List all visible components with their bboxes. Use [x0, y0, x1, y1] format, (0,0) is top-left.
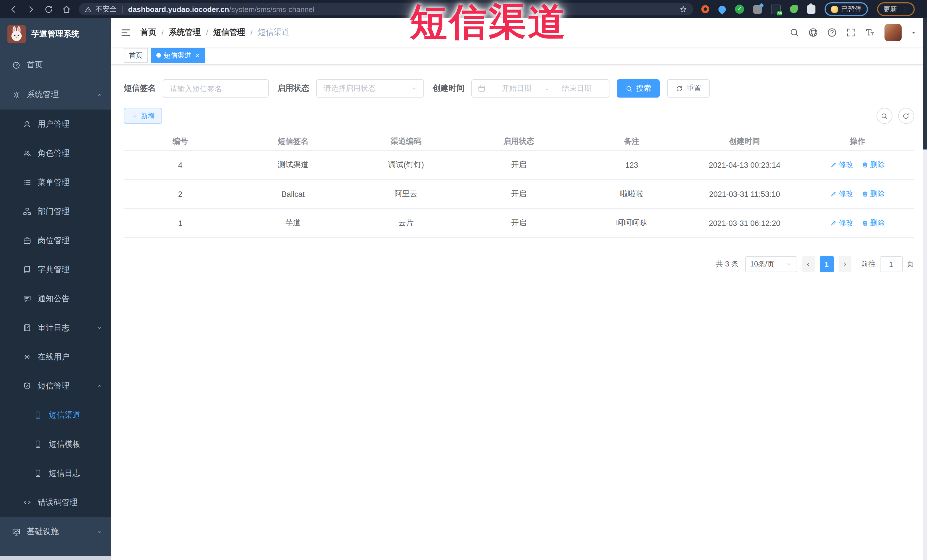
reset-button[interactable]: 重置 — [667, 79, 710, 97]
table-row: 2 Ballcat 阿里云 开启 啦啦啦 2021-03-31 11:53:10… — [124, 180, 914, 209]
delete-link[interactable]: 删除 — [862, 189, 885, 199]
prev-page-button[interactable] — [802, 256, 815, 272]
sidebar-item-home[interactable]: 首页 — [0, 50, 111, 80]
date-range-picker[interactable]: 开始日期 - 结束日期 — [471, 79, 609, 97]
caret-down-icon[interactable] — [910, 29, 917, 36]
fullscreen-icon[interactable] — [845, 27, 856, 38]
sidebar-item-error-code-mgmt[interactable]: 错误码管理 — [0, 488, 111, 517]
sidebar-item-system-mgmt[interactable]: 系统管理 — [0, 80, 111, 109]
add-button[interactable]: 新增 — [124, 108, 162, 124]
on-badge: on — [777, 11, 782, 15]
start-date-placeholder: 开始日期 — [490, 83, 543, 94]
profile-paused-badge[interactable]: 已暂停 — [825, 2, 868, 16]
delete-link[interactable]: 删除 — [862, 160, 885, 170]
avatar[interactable] — [884, 24, 901, 41]
goto-page-input[interactable] — [880, 256, 903, 272]
page-size-select[interactable]: 10条/页 — [745, 256, 797, 272]
browser-menu-dots-icon[interactable] — [902, 6, 909, 12]
sidebar-item-sms-mgmt[interactable]: 短信管理 — [0, 372, 111, 401]
extension-orange-icon[interactable] — [701, 5, 709, 13]
not-secure-warning-icon — [84, 5, 92, 13]
breadcrumb-system[interactable]: 系统管理 — [169, 27, 201, 38]
col-remark: 备注 — [575, 137, 688, 147]
browser-chrome: 不安全 dashboard.yudao.iocoder.cn/system/sm… — [0, 0, 927, 18]
browser-reload-icon[interactable] — [44, 4, 54, 14]
sidebar-item-dict-mgmt[interactable]: 字典管理 — [0, 255, 111, 284]
edit-link[interactable]: 修改 — [830, 218, 853, 228]
sidebar-item-sms-template[interactable]: 短信模板 — [0, 429, 111, 459]
chevron-down-icon — [96, 325, 103, 331]
sidebar-item-infrastructure[interactable]: 基础设施 — [0, 517, 111, 546]
help-icon[interactable] — [827, 27, 837, 38]
edit-link[interactable]: 修改 — [830, 189, 853, 199]
tags-view-bar: 首页 短信渠道 × — [111, 47, 927, 64]
sidebar-item-online-users[interactable]: 在线用户 — [0, 342, 111, 372]
status-select[interactable]: 请选择启用状态 — [316, 79, 424, 97]
extension-people-icon[interactable] — [753, 5, 762, 14]
breadcrumb-sms[interactable]: 短信管理 — [213, 27, 245, 38]
toggle-search-button[interactable] — [876, 108, 892, 124]
search-icon[interactable] — [789, 27, 799, 38]
hamburger-icon[interactable] — [120, 27, 131, 38]
toolbar-right — [876, 108, 914, 124]
close-icon[interactable]: × — [195, 52, 199, 59]
url-text[interactable]: dashboard.yudao.iocoder.cn/system/sms/sm… — [128, 5, 315, 14]
sidebar-item-dept-mgmt[interactable]: 部门管理 — [0, 197, 111, 226]
next-page-button[interactable] — [839, 256, 851, 272]
app-title: 芋道管理系统 — [31, 29, 79, 39]
emoji-avatar-icon — [831, 5, 838, 13]
gear-icon — [12, 90, 21, 99]
sidebar-item-menu-mgmt[interactable]: 菜单管理 — [0, 168, 111, 197]
code-icon — [23, 498, 31, 507]
total-count: 共 3 条 — [716, 259, 739, 269]
tab-home[interactable]: 首页 — [124, 48, 148, 63]
extension-check-icon[interactable]: ✓ — [735, 5, 744, 14]
url-bar[interactable]: 不安全 dashboard.yudao.iocoder.cn/system/sm… — [79, 3, 693, 15]
sign-label: 短信签名 — [124, 83, 156, 94]
sidebar-item-sms-channel[interactable]: 短信渠道 — [0, 401, 111, 429]
sign-input[interactable] — [163, 84, 268, 93]
sidebar-item-user-mgmt[interactable]: 用户管理 — [0, 109, 111, 139]
sidebar-item-role-mgmt[interactable]: 角色管理 — [0, 139, 111, 168]
sidebar-item-audit-log[interactable]: 审计日志 — [0, 313, 111, 342]
list-icon — [23, 178, 31, 187]
chevron-down-icon — [411, 85, 418, 92]
github-icon[interactable] — [808, 27, 818, 38]
font-size-icon[interactable] — [864, 27, 874, 38]
scrollbar-thumb[interactable] — [923, 18, 927, 149]
refresh-table-button[interactable] — [898, 108, 914, 124]
chevron-right-icon — [842, 261, 848, 267]
trash-icon — [862, 220, 868, 226]
tab-sms-channel[interactable]: 短信渠道 × — [151, 48, 205, 63]
browser-extensions: ✓ on 已暂停 更新 — [701, 2, 915, 16]
search-button[interactable]: 搜索 — [617, 79, 660, 97]
browser-update-button[interactable]: 更新 — [877, 2, 915, 16]
refresh-icon — [676, 85, 683, 92]
sidebar-horizontal-scrollbar[interactable] — [0, 556, 111, 560]
refresh-icon — [902, 112, 910, 120]
range-separator: - — [546, 84, 548, 93]
sidebar-item-notice[interactable]: 通知公告 — [0, 284, 111, 313]
breadcrumb: 首页 / 系统管理 / 短信管理 / 短信渠道 — [140, 27, 290, 38]
delete-link[interactable]: 删除 — [862, 218, 885, 228]
page-scrollbar[interactable] — [923, 18, 927, 560]
extensions-puzzle-icon[interactable] — [807, 5, 815, 14]
sidebar-item-post-mgmt[interactable]: 岗位管理 — [0, 226, 111, 255]
app-logo[interactable]: 芋道管理系统 — [0, 18, 111, 50]
sidebar-item-sms-log[interactable]: 短信日志 — [0, 459, 111, 488]
extension-pin-icon[interactable] — [717, 4, 728, 15]
extension-switch-icon[interactable]: on — [771, 4, 781, 14]
browser-forward-icon[interactable] — [26, 4, 36, 14]
time-label: 创建时间 — [433, 83, 465, 94]
browser-home-icon[interactable] — [62, 4, 71, 14]
browser-back-icon[interactable] — [9, 4, 18, 14]
phone-icon — [33, 411, 42, 419]
not-secure-label[interactable]: 不安全 — [95, 4, 117, 14]
notice-icon — [23, 294, 31, 303]
page-number-current[interactable]: 1 — [820, 256, 833, 272]
bookmark-star-icon[interactable] — [679, 5, 688, 14]
extension-leaf-icon[interactable] — [790, 5, 798, 13]
data-table: 编号 短信签名 渠道编码 启用状态 备注 创建时间 操作 4 测试渠道 调试(钉… — [124, 133, 914, 238]
breadcrumb-home[interactable]: 首页 — [140, 27, 157, 38]
edit-link[interactable]: 修改 — [830, 160, 853, 170]
